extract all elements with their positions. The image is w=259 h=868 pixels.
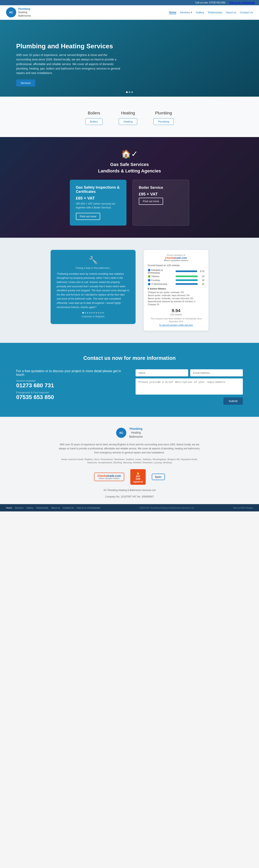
tdot-9 <box>100 312 102 313</box>
tdot-5 <box>91 312 93 313</box>
contact-section: Contact us now for more information For … <box>0 343 259 417</box>
score-reliability-label: 🔵 Reliability & timekeeping <box>148 269 174 274</box>
hero-description: With over 20 years of experience, we've … <box>16 53 121 75</box>
badge-checkatrade: Checkatrade.com Where reputation matters <box>94 473 124 481</box>
average-score: 9.94 <box>148 308 204 313</box>
service-heating-button[interactable]: Heating <box>119 118 137 125</box>
footer-link-checkatrade[interactable]: Visit us on Checkatrade <box>77 506 100 509</box>
score-courtesy-label: 🔵 Courtesy <box>148 279 174 282</box>
hero-title: Plumbing and Heating Services <box>16 42 121 50</box>
site-header: AC PlumbingHeatingBathrooms Home Service… <box>0 5 259 20</box>
checkatrade-logo: Proud members of Checkatrade.com Where r… <box>148 254 204 261</box>
tdot-4 <box>89 312 90 313</box>
nav-services[interactable]: Services ▾ <box>180 11 192 14</box>
footer-company-no: Company No. 10197097 VAT No. 300995607 <box>8 495 251 498</box>
service-plumbing: Plumbing Plumbing <box>153 111 174 125</box>
hero-content: Plumbing and Heating Services With over … <box>16 42 121 87</box>
footer-areas: Areas covered include: Brighton, Hove, P… <box>59 458 200 464</box>
gas-safe-title1: Gas Safe Services <box>8 162 251 167</box>
topbar-checkatrade[interactable]: Visit us on Checkatrade <box>229 1 255 4</box>
reviews-count: 126 reviews <box>148 313 204 316</box>
checkatrade-proud: Proud members of <box>148 254 204 256</box>
score-reliability: 🔵 Reliability & timekeeping 9.75 <box>148 269 204 274</box>
service-heating: Heating Heating <box>119 111 137 125</box>
tdot-2 <box>85 312 86 313</box>
tdot-3 <box>87 312 88 313</box>
footer-logo-icon: AC <box>116 428 126 438</box>
hero-dot-1 <box>126 91 128 93</box>
member-text: This company have been members of Checka… <box>148 317 204 323</box>
nav-about[interactable]: About us <box>226 11 236 14</box>
nav-contact[interactable]: Contact Us <box>240 11 253 14</box>
checkatrade-footer: 9.94 126 reviews This company have been … <box>148 308 204 327</box>
score-courtesy-bar-wrap <box>176 279 198 281</box>
contact-info: For a free quotation or to discuss your … <box>16 369 123 400</box>
nav-home[interactable]: Home <box>169 11 176 14</box>
gas-card2-price: £95 + VAT <box>139 192 183 196</box>
checkatrade-card: Proud members of Checkatrade.com Where r… <box>144 250 208 331</box>
score-tidiness-label: 🟢 Tidiness <box>148 275 174 278</box>
gas-card2-cta[interactable]: Find out more <box>139 198 163 205</box>
tdot-6 <box>93 312 95 313</box>
score-reliability-value: 9.75 <box>199 270 204 273</box>
service-boilers-button[interactable]: Boilers <box>85 118 103 125</box>
gas-card-boiler: Boiler Service £95 + VAT Find out more <box>133 180 189 225</box>
service-plumbing-button[interactable]: Plumbing <box>153 118 174 125</box>
contact-emergency-phone: 07535 653 850 <box>16 394 123 400</box>
plumbing-icon: 🔧 <box>57 256 130 265</box>
topbar-call: Call us now: 07535 653 850 <box>195 1 225 4</box>
footer-link-home[interactable]: Home <box>6 506 12 509</box>
logo: AC PlumbingHeatingBathrooms <box>6 7 31 18</box>
score-tidiness: 🟢 Tidiness 10 <box>148 275 204 278</box>
score-courtesy: 🔵 Courtesy 10 <box>148 279 204 282</box>
profile-link[interactable]: To view full company profile click here <box>159 324 193 326</box>
gas-safe-section: 🏠✓ Gas Safe Services Landlords & Letting… <box>0 137 259 238</box>
checkatrade-tagline: Where reputation matters <box>148 259 204 261</box>
badge-gassafe: 🔥gassaferegistered <box>130 469 146 485</box>
submit-button[interactable]: Submit <box>223 397 243 405</box>
checkatrade-scores-label: Scored based on 126 reviews <box>148 264 204 267</box>
gas-card1-cta[interactable]: Find out more <box>76 213 100 220</box>
gas-safe-title2: Landlords & Letting Agencies <box>8 168 251 174</box>
service-boilers: Boilers Boilers <box>85 111 103 125</box>
review-section: 🔧 Fixing a leak in the bathroom. "Follow… <box>0 238 259 343</box>
services-grid: Boilers Boilers Heating Heating Plumbing… <box>8 111 251 125</box>
footer-copyright: ©2023 AC Plumbing Heating & Bathrooms Se… <box>139 506 194 509</box>
nav-testimonials[interactable]: Testimonials <box>208 11 222 14</box>
services-section: Boilers Boilers Heating Heating Plumbing… <box>0 97 259 137</box>
footer-link-about[interactable]: About us <box>51 506 60 509</box>
gas-card1-note: OR £50 + VAT (when carrying out together… <box>76 202 120 210</box>
gas-safe-cards: Gas Safety Inspections & Certificates £6… <box>8 180 251 225</box>
contact-general-label: General enquiries: <box>16 379 123 382</box>
score-workmanship-label: 🔵 TI Workmanship <box>148 283 174 285</box>
footer-link-services[interactable]: Services <box>15 506 23 509</box>
testimonial-subtitle: Fixing a leak in the bathroom. <box>57 267 130 270</box>
name-input[interactable] <box>136 369 188 376</box>
service-heating-title: Heating <box>119 111 137 116</box>
hero-dots <box>126 91 133 93</box>
footer-link-testimonials[interactable]: Testimonials <box>36 506 48 509</box>
footer-top: AC PlumbingHeatingBathrooms With over 20… <box>0 417 259 504</box>
service-plumbing-title: Plumbing <box>153 111 174 116</box>
invoice-label: E Invoice History <box>148 287 204 290</box>
footer-link-gallery[interactable]: Gallery <box>26 506 33 509</box>
hero-cta-button[interactable]: Services <box>16 80 35 87</box>
footer-logo-row: AC PlumbingHeatingBathrooms <box>8 427 251 439</box>
footer-description: With over 20 years of experience we've b… <box>59 443 200 455</box>
testimonial-author: Customer in Brighton <box>57 315 130 318</box>
score-courtesy-value: 10 <box>199 279 204 281</box>
score-workmanship: 🔵 TI Workmanship 10 <box>148 283 204 285</box>
contact-grid: For a free quotation or to discuss your … <box>16 369 243 405</box>
message-textarea[interactable] <box>136 378 243 395</box>
hero-section: Plumbing and Heating Services With over … <box>0 20 259 97</box>
invoice-row-1: Charged as per quote / estimate: 0% <box>148 291 204 293</box>
invoice-row-2: Above quote / estimate, kept informed: 0… <box>148 294 204 297</box>
form-submit-row: Submit <box>136 397 243 405</box>
invoice-charged: Charged 25 <box>148 303 204 306</box>
gas-card-inspections: Gas Safety Inspections & Certificates £6… <box>70 180 126 225</box>
invoice-row-3: Above quote / estimate, not kept informe… <box>148 297 204 300</box>
hero-dot-2 <box>129 91 130 93</box>
footer-link-contact[interactable]: Contact Us <box>63 506 74 509</box>
email-input[interactable] <box>190 369 243 376</box>
nav-gallery[interactable]: Gallery <box>196 11 204 14</box>
